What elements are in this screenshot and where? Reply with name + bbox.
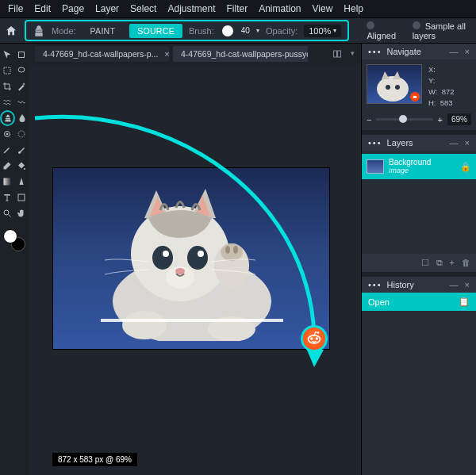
brush-dropdown-icon[interactable]: ▾	[256, 27, 259, 34]
history-item[interactable]: Open 📋	[362, 293, 476, 311]
blur-tool[interactable]	[15, 110, 29, 126]
opacity-value[interactable]: 100%	[309, 26, 331, 36]
color-swatches[interactable]	[3, 229, 25, 251]
document-tab-active[interactable]: 4-47669_hd-cat-wallpapers-pussycat-i...×	[173, 46, 308, 62]
svg-point-5	[18, 131, 25, 137]
tab-menu-icon[interactable]: ▾	[351, 49, 355, 59]
close-panel-icon[interactable]: ×	[465, 280, 470, 289]
canvas-viewport[interactable]: 872 x 583 px @ 69%	[29, 64, 361, 475]
toolbox	[0, 44, 29, 475]
close-panel-icon[interactable]: ×	[465, 47, 470, 56]
svg-point-33	[413, 96, 416, 98]
svg-rect-7	[18, 194, 25, 201]
lock-icon[interactable]: 🔒	[460, 162, 471, 172]
zoom-in-button[interactable]: +	[438, 115, 443, 124]
delete-layer-icon[interactable]: 🗑	[462, 258, 470, 268]
sample-all-layers-checkbox[interactable]: Sample all layers	[413, 21, 471, 40]
rect-select-tool[interactable]	[0, 63, 14, 79]
menu-layer[interactable]: Layer	[95, 3, 119, 14]
foreground-color[interactable]	[3, 229, 17, 243]
menu-file[interactable]: File	[8, 3, 23, 14]
reddit-stamp-icon	[301, 325, 328, 352]
shape-tool[interactable]	[14, 190, 29, 205]
fill-tool[interactable]	[14, 158, 29, 174]
menu-edit[interactable]: Edit	[34, 3, 51, 14]
zoom-tool[interactable]	[0, 205, 14, 221]
navigate-thumbnail[interactable]	[367, 64, 422, 104]
right-panels: •••Navigate —× X: Y: W: 872 H: 583 − + 6…	[361, 44, 476, 475]
mode-paint-button[interactable]: PAINT	[83, 24, 124, 38]
document-tab[interactable]: 4-47669_hd-cat-wallpapers-p...×	[35, 46, 170, 62]
gradient-tool[interactable]	[0, 174, 14, 190]
brush-tool[interactable]	[14, 142, 29, 158]
aligned-checkbox[interactable]: Aligned	[367, 21, 397, 40]
menu-filter[interactable]: Filter	[226, 3, 248, 14]
panel-menu-icon[interactable]: •••	[368, 138, 382, 147]
lasso-tool[interactable]	[14, 63, 29, 79]
layer-item[interactable]: BackgroundImage 🔒	[362, 154, 476, 179]
svg-rect-10	[338, 51, 341, 57]
liquify-tool[interactable]	[0, 94, 14, 110]
collapse-icon[interactable]: —	[450, 138, 459, 147]
opacity-dropdown-icon[interactable]: ▾	[333, 27, 336, 34]
svg-point-13	[152, 246, 173, 270]
clipboard-icon[interactable]: 📋	[459, 297, 470, 307]
home-button[interactable]	[5, 22, 18, 40]
menu-select[interactable]: Select	[130, 3, 156, 14]
clone-stamp-tool[interactable]	[0, 110, 15, 126]
layer-type: Image	[389, 167, 455, 175]
hand-tool[interactable]	[14, 205, 29, 221]
svg-rect-1	[4, 67, 10, 74]
pencil-tool[interactable]	[0, 142, 14, 158]
text-tool[interactable]	[0, 190, 14, 205]
options-bar: Mode: PAINT SOURCE Brush: 40 ▾ Opacity: …	[0, 18, 476, 44]
brush-label: Brush:	[189, 26, 214, 36]
svg-rect-6	[4, 178, 11, 186]
svg-rect-25	[101, 319, 283, 322]
navigate-title: Navigate	[387, 47, 421, 56]
wand-tool[interactable]	[14, 79, 29, 94]
menu-view[interactable]: View	[313, 3, 333, 14]
zoom-slider[interactable]	[376, 118, 432, 121]
svg-rect-0	[19, 52, 25, 58]
crop-tool[interactable]	[0, 79, 14, 94]
eyedropper-tool[interactable]	[0, 126, 14, 142]
layers-panel-header: •••Layers —×	[362, 135, 476, 151]
duplicate-layer-icon[interactable]: ⧉	[436, 258, 443, 268]
collapse-icon[interactable]: —	[450, 280, 459, 289]
new-folder-icon[interactable]: ☐	[421, 258, 429, 268]
close-tab-icon[interactable]: ×	[164, 49, 169, 59]
svg-point-31	[386, 85, 390, 90]
svg-point-15	[163, 251, 169, 257]
zoom-out-button[interactable]: −	[367, 115, 371, 124]
svg-point-14	[187, 246, 208, 270]
eraser-tool[interactable]	[0, 158, 14, 174]
transform-tool[interactable]	[14, 47, 29, 63]
menu-bar: File Edit Page Layer Select Adjustment F…	[0, 0, 476, 18]
move-tool[interactable]	[0, 47, 14, 63]
collapse-icon[interactable]: —	[450, 47, 459, 56]
zoom-value[interactable]: 69%	[447, 113, 471, 125]
menu-help[interactable]: Help	[344, 3, 363, 14]
canvas[interactable]	[52, 167, 330, 350]
panel-menu-icon[interactable]: •••	[368, 47, 382, 56]
panel-menu-icon[interactable]: •••	[368, 280, 382, 289]
new-layer-icon[interactable]: +	[450, 258, 455, 268]
menu-animation[interactable]: Animation	[259, 3, 301, 14]
heal-tool[interactable]	[14, 126, 29, 142]
mode-source-button[interactable]: SOURCE	[129, 24, 182, 38]
svg-point-20	[221, 243, 243, 261]
menu-page[interactable]: Page	[62, 3, 84, 14]
layers-title: Layers	[387, 138, 413, 147]
menu-adjustment[interactable]: Adjustment	[167, 3, 215, 14]
layers-footer: ☐ ⧉ + 🗑	[362, 254, 476, 272]
svg-point-8	[4, 210, 9, 215]
warp-tool[interactable]	[14, 94, 29, 110]
navigate-panel-header: •••Navigate —×	[362, 44, 476, 59]
nav-width: 872	[442, 87, 455, 96]
brush-preview-icon[interactable]	[222, 25, 233, 36]
svg-point-29	[317, 331, 320, 334]
sharpen-tool[interactable]	[14, 174, 29, 190]
tab-layout-icon[interactable]	[332, 49, 343, 59]
close-panel-icon[interactable]: ×	[465, 138, 470, 147]
